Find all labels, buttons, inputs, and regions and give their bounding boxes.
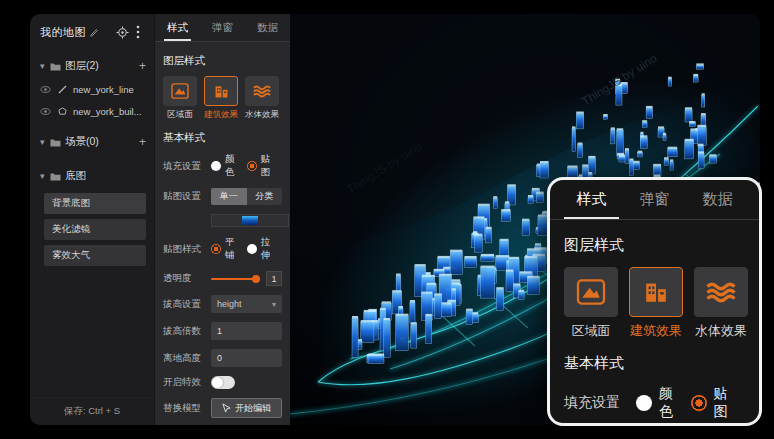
water-icon [253, 84, 271, 99]
basic-style-heading: 基本样式 [163, 131, 282, 145]
layer-name: new_york_line [73, 84, 134, 95]
chevron-down-icon: ▾ [272, 300, 276, 309]
height-setting-row: 拔高设置 height ▾ [163, 295, 282, 313]
overlay-style-option-water[interactable]: 水体效果 [694, 267, 748, 340]
style-option-water[interactable]: 水体效果 [245, 76, 279, 121]
fill-color-radio[interactable] [211, 161, 221, 171]
area-icon [171, 83, 189, 99]
height-multiplier-input[interactable]: 1 [211, 322, 282, 340]
effects-toggle[interactable] [211, 376, 235, 389]
overlay-fill-color-radio[interactable] [636, 395, 652, 411]
overlay-layer-style-heading: 图层样式 [564, 236, 745, 255]
overlay-fill-texture-radio[interactable] [691, 395, 707, 411]
tab-data[interactable]: 数据 [245, 14, 290, 41]
overlay-style-option-building[interactable]: 建筑效果 [629, 267, 683, 340]
building-icon [213, 83, 230, 100]
opacity-row: 透明度 1 [163, 271, 282, 286]
layer-name: new_york_buil... [73, 106, 142, 117]
group-layers[interactable]: ▾ 图层(2) + [30, 54, 154, 78]
area-icon [576, 279, 606, 305]
eye-icon[interactable] [40, 107, 51, 116]
group-layers-label: 图层(2) [65, 59, 99, 73]
folder-icon [50, 138, 61, 147]
layer-tree: ▾ 图层(2) + new_york_line new_york_buil... [30, 48, 154, 266]
style-option-building[interactable]: 建筑效果 [204, 76, 238, 121]
overlay-tab-style[interactable]: 样式 [560, 180, 623, 219]
magnified-style-panel: 样式 弹窗 数据 图层样式 区域面 建筑效果 水体效果 基本样式 填充设置 颜色 [547, 177, 762, 426]
segment-single[interactable]: 单一 [211, 188, 247, 205]
texture-style-row: 贴图样式 平铺 拉伸 [163, 236, 282, 262]
slider-knob[interactable] [252, 275, 260, 283]
group-scenes-label: 场景(0) [65, 135, 99, 149]
fill-setting-row: 填充设置 颜色 贴图 [163, 153, 282, 179]
add-layer-button[interactable]: + [139, 59, 146, 73]
group-basemap-label: 底图 [65, 169, 86, 183]
tab-style[interactable]: 样式 [155, 14, 200, 41]
caret-down-icon: ▾ [40, 137, 50, 147]
folder-icon [50, 172, 61, 181]
height-multiplier-row: 拔高倍数 1 [163, 322, 282, 340]
add-scene-button[interactable]: + [139, 135, 146, 149]
basemap-item-background[interactable]: 背景底图 [44, 193, 146, 214]
caret-down-icon: ▾ [40, 171, 50, 181]
panel-tabbar: 样式 弹窗 数据 [155, 14, 290, 42]
edit-cursor-icon [222, 403, 231, 413]
group-scenes[interactable]: ▾ 场景(0) + [30, 130, 154, 154]
edit-pencil-icon[interactable] [86, 24, 102, 40]
opacity-value[interactable]: 1 [266, 271, 282, 286]
layer-item-building[interactable]: new_york_buil... [30, 100, 154, 122]
overlay-tabbar: 样式 弹窗 数据 [550, 180, 759, 220]
building-icon [642, 278, 670, 306]
polygon-geometry-icon [55, 107, 69, 116]
effects-row: 开启特效 [163, 376, 282, 389]
ground-height-row: 离地高度 0 [163, 349, 282, 367]
tab-popup[interactable]: 弹窗 [200, 14, 245, 41]
overlay-tab-data[interactable]: 数据 [686, 180, 749, 219]
kebab-menu-icon[interactable] [130, 24, 146, 40]
segment-classified[interactable]: 分类 [247, 188, 283, 205]
texture-mode-segmented[interactable]: 单一 分类 [211, 188, 282, 205]
basemap-item-fog[interactable]: 雾效大气 [44, 245, 146, 266]
caret-down-icon: ▾ [40, 61, 50, 71]
basemap-item-filter[interactable]: 美化滤镜 [44, 219, 146, 240]
group-basemap[interactable]: ▾ 底图 [30, 164, 154, 188]
replace-model-row: 替换模型 开始编辑 [163, 398, 282, 418]
stretch-radio[interactable] [247, 244, 257, 254]
layer-style-heading: 图层样式 [163, 54, 282, 68]
start-edit-button[interactable]: 开始编辑 [211, 398, 282, 418]
save-hint: 保存: Ctrl + S [30, 397, 154, 425]
folder-icon [50, 62, 61, 71]
water-icon [706, 280, 736, 305]
map-title: 我的地图 [40, 25, 86, 40]
ground-height-input[interactable]: 0 [211, 349, 282, 367]
overlay-fill-setting-row: 填充设置 颜色 贴图 [564, 385, 745, 421]
sidebar-header: 我的地图 [30, 14, 154, 48]
texture-setting-row: 贴图设置 单一 分类 [163, 188, 282, 205]
fill-texture-radio[interactable] [247, 161, 257, 171]
opacity-slider[interactable] [211, 274, 260, 284]
layers-sidebar: 我的地图 ▾ 图层(2) + [30, 14, 155, 425]
style-panel: 样式 弹窗 数据 图层样式 区域面 建筑效果 水体效果 基本样式 [155, 14, 290, 425]
overlay-basic-style-heading: 基本样式 [564, 354, 745, 373]
overlay-tab-popup[interactable]: 弹窗 [623, 180, 686, 219]
line-geometry-icon [55, 85, 69, 94]
texture-swatch [242, 216, 258, 225]
height-field-select[interactable]: height ▾ [211, 295, 282, 313]
eye-icon[interactable] [40, 85, 51, 94]
tile-radio[interactable] [211, 244, 221, 254]
overlay-style-option-area[interactable]: 区域面 [564, 267, 618, 340]
style-option-area[interactable]: 区域面 [163, 76, 197, 121]
texture-preview[interactable] [211, 214, 289, 227]
locate-icon[interactable] [114, 24, 130, 40]
layer-item-line[interactable]: new_york_line [30, 78, 154, 100]
